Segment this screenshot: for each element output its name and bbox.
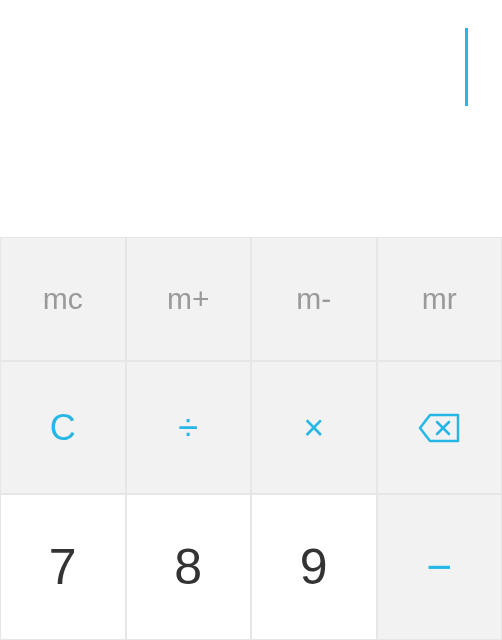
key-label: ÷ bbox=[178, 407, 198, 449]
subtract-button[interactable]: − bbox=[377, 494, 503, 640]
key-label: mr bbox=[422, 282, 457, 316]
calculator-display[interactable] bbox=[0, 0, 502, 237]
key-label: 7 bbox=[49, 538, 77, 596]
key-label: mc bbox=[43, 282, 83, 316]
key-label: m+ bbox=[167, 282, 210, 316]
memory-row: mc m+ m- mr bbox=[0, 237, 502, 361]
backspace-button[interactable] bbox=[377, 361, 503, 494]
memory-minus-button[interactable]: m- bbox=[251, 237, 377, 361]
key-label: × bbox=[303, 407, 324, 449]
key-label: C bbox=[50, 407, 76, 449]
key-label: 9 bbox=[300, 538, 328, 596]
clear-button[interactable]: C bbox=[0, 361, 126, 494]
backspace-icon bbox=[418, 413, 460, 443]
digit-8-button[interactable]: 8 bbox=[126, 494, 252, 640]
operations-row: C ÷ × bbox=[0, 361, 502, 494]
key-label: 8 bbox=[174, 538, 202, 596]
digit-9-button[interactable]: 9 bbox=[251, 494, 377, 640]
multiply-button[interactable]: × bbox=[251, 361, 377, 494]
text-cursor bbox=[465, 28, 468, 106]
keypad: mc m+ m- mr C ÷ × bbox=[0, 237, 502, 640]
key-label: − bbox=[426, 542, 452, 592]
digit-7-button[interactable]: 7 bbox=[0, 494, 126, 640]
memory-clear-button[interactable]: mc bbox=[0, 237, 126, 361]
numbers-row: 7 8 9 − bbox=[0, 494, 502, 640]
divide-button[interactable]: ÷ bbox=[126, 361, 252, 494]
memory-recall-button[interactable]: mr bbox=[377, 237, 503, 361]
key-label: m- bbox=[296, 282, 331, 316]
memory-plus-button[interactable]: m+ bbox=[126, 237, 252, 361]
